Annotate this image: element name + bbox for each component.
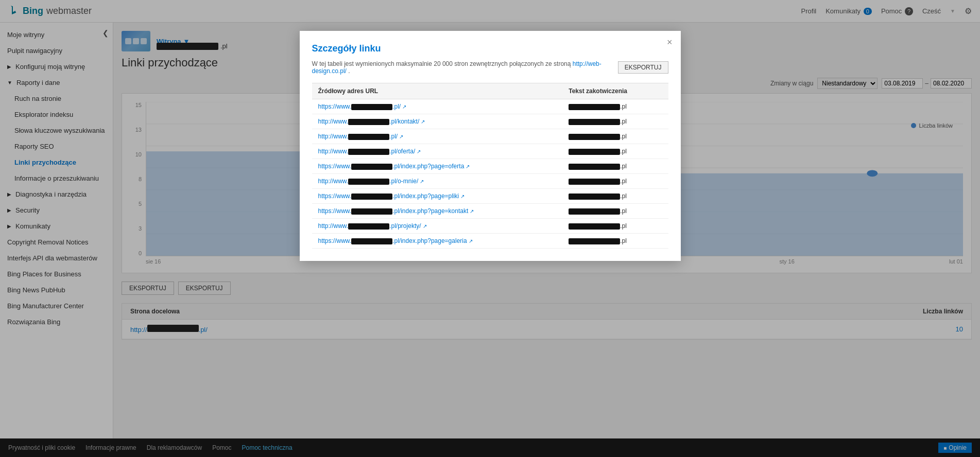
- anchor-suffix: .pl: [620, 192, 627, 200]
- modal-anchor-cell: .pl: [562, 114, 668, 129]
- modal-url-cell: https://www..pl/index.php?page=oferta↗: [312, 159, 563, 174]
- modal-anchor-cell: .pl: [562, 159, 668, 174]
- anchor-suffix: .pl: [620, 222, 627, 230]
- anchor-suffix: .pl: [620, 207, 627, 215]
- external-link-icon: ↗: [460, 194, 465, 199]
- modal-row-url-link[interactable]: https://www..pl/index.php?page=galeria: [318, 237, 467, 244]
- external-link-icon: ↗: [399, 134, 403, 139]
- modal-url-cell: https://www..pl/↗: [312, 99, 563, 114]
- external-link-icon: ↗: [421, 119, 425, 125]
- anchor-suffix: .pl: [620, 103, 627, 110]
- modal-anchor-cell: .pl: [562, 234, 668, 249]
- modal-anchor-cell: .pl: [562, 174, 668, 189]
- modal-table-row: http://www..pl/↗.pl: [312, 129, 668, 144]
- modal-table-row: http://www..pl/oferta/↗.pl: [312, 144, 668, 159]
- modal-row-url-link[interactable]: https://www..pl/index.php?page=oferta: [318, 163, 465, 170]
- modal-table: Źródłowy adres URL Tekst zakotwiczenia h…: [312, 83, 668, 249]
- modal-title: Szczegóły linku: [312, 43, 668, 54]
- modal-close-button[interactable]: ×: [667, 37, 673, 48]
- external-link-icon: ↗: [417, 149, 421, 154]
- modal-url-cell: http://www..pl/↗: [312, 129, 563, 144]
- modal-row-url-link[interactable]: http://www..pl/kontakt/: [318, 118, 420, 125]
- modal-row-url-link[interactable]: http://www..pl/o-mnie/: [318, 178, 419, 185]
- modal-anchor-cell: .pl: [562, 189, 668, 204]
- external-link-icon: ↗: [469, 238, 473, 244]
- anchor-suffix: .pl: [620, 133, 627, 140]
- modal-anchor-cell: .pl: [562, 204, 668, 219]
- modal-table-row: https://www..pl/index.php?page=galeria↗.…: [312, 234, 668, 249]
- modal-url-cell: https://www..pl/index.php?page=kontakt↗: [312, 204, 563, 219]
- modal-table-row: http://www..pl/kontakt/↗.pl: [312, 114, 668, 129]
- modal-col2-header: Tekst zakotwiczenia: [562, 83, 668, 99]
- modal-szczegoly: × Szczegóły linku W tej tabeli jest wymi…: [300, 31, 681, 261]
- modal-url-cell: http://www..pl/oferta/↗: [312, 144, 563, 159]
- modal-row-url-link[interactable]: https://www..pl/index.php?page=kontakt: [318, 207, 469, 215]
- modal-col1-header: Źródłowy adres URL: [312, 83, 563, 99]
- anchor-suffix: .pl: [620, 148, 627, 155]
- modal-description: W tej tabeli jest wymienionych maksymaln…: [312, 60, 668, 75]
- anchor-suffix: .pl: [620, 237, 627, 244]
- modal-url-cell: http://www..pl/projekty/↗: [312, 219, 563, 234]
- modal-url-cell: https://www..pl/index.php?page=galeria↗: [312, 234, 563, 249]
- external-link-icon: ↗: [470, 208, 474, 214]
- modal-url-cell: https://www..pl/index.php?page=pliki↗: [312, 189, 563, 204]
- modal-anchor-cell: .pl: [562, 144, 668, 159]
- modal-table-row: http://www..pl/projekty/↗.pl: [312, 219, 668, 234]
- modal-overlay[interactable]: × Szczegóły linku W tej tabeli jest wymi…: [0, 0, 980, 457]
- anchor-suffix: .pl: [620, 163, 627, 170]
- modal-table-row: http://www..pl/o-mnie/↗.pl: [312, 174, 668, 189]
- anchor-suffix: .pl: [620, 178, 627, 185]
- modal-url-cell: http://www..pl/kontakt/↗: [312, 114, 563, 129]
- modal-export-button[interactable]: EKSPORTUJ: [618, 61, 668, 74]
- external-link-icon: ↗: [466, 164, 470, 169]
- modal-anchor-cell: .pl: [562, 129, 668, 144]
- modal-anchor-cell: .pl: [562, 99, 668, 114]
- external-link-icon: ↗: [423, 223, 427, 229]
- modal-row-url-link[interactable]: http://www..pl/: [318, 133, 398, 140]
- modal-row-url-link[interactable]: https://www..pl/index.php?page=pliki: [318, 192, 459, 200]
- external-link-icon: ↗: [420, 179, 424, 184]
- modal-desc-text: W tej tabeli jest wymienionych maksymaln…: [312, 60, 613, 75]
- modal-table-row: https://www..pl/index.php?page=pliki↗.pl: [312, 189, 668, 204]
- external-link-icon: ↗: [402, 104, 406, 110]
- modal-row-url-link[interactable]: http://www..pl/oferta/: [318, 148, 416, 155]
- modal-url-cell: http://www..pl/o-mnie/↗: [312, 174, 563, 189]
- modal-row-url-link[interactable]: https://www..pl/: [318, 103, 401, 110]
- modal-anchor-cell: .pl: [562, 219, 668, 234]
- modal-table-row: https://www..pl/index.php?page=oferta↗.p…: [312, 159, 668, 174]
- modal-table-row: https://www..pl/index.php?page=kontakt↗.…: [312, 204, 668, 219]
- modal-table-row: https://www..pl/↗.pl: [312, 99, 668, 114]
- anchor-suffix: .pl: [620, 118, 627, 125]
- modal-row-url-link[interactable]: http://www..pl/projekty/: [318, 222, 421, 230]
